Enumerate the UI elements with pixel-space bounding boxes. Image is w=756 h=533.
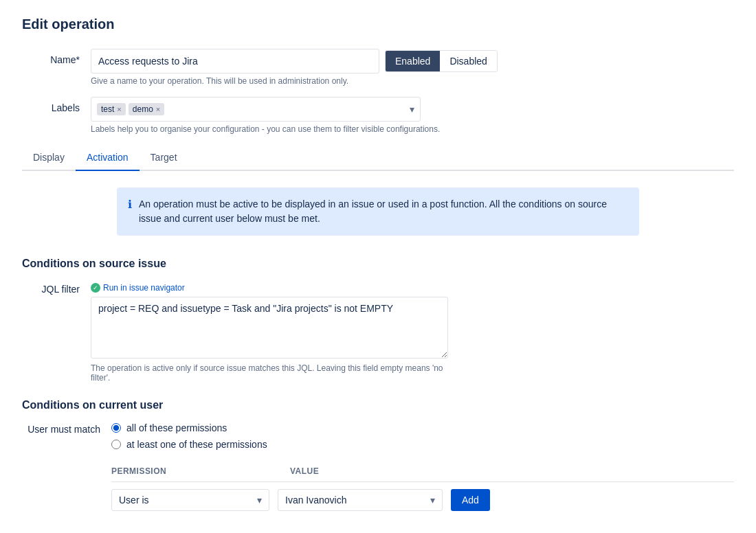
radio-all-label: all of these permissions bbox=[126, 422, 227, 433]
labels-label: Labels bbox=[22, 97, 91, 113]
tab-target[interactable]: Target bbox=[140, 145, 188, 171]
col-value-header: Value bbox=[290, 466, 482, 476]
label-tag-text: test bbox=[101, 104, 114, 114]
conditions-source-section: Conditions on source issue JQL filter ✓ … bbox=[22, 258, 734, 383]
table-row: User is ▾ Ivan Ivanovich ▾ Add bbox=[111, 482, 734, 518]
add-button[interactable]: Add bbox=[451, 489, 490, 511]
radio-all-input[interactable] bbox=[111, 423, 121, 433]
labels-hint: Labels help you to organise your configu… bbox=[91, 124, 734, 134]
user-match-radio-group: all of these permissions at least one of… bbox=[111, 422, 267, 450]
tab-display[interactable]: Display bbox=[22, 145, 76, 171]
info-banner: ℹ An operation must be active to be disp… bbox=[117, 188, 639, 236]
info-banner-text: An operation must be active to be displa… bbox=[139, 197, 628, 226]
remove-label-demo[interactable]: × bbox=[156, 105, 160, 113]
tab-activation[interactable]: Activation bbox=[76, 145, 140, 171]
permissions-table-header: Permission Value bbox=[111, 461, 734, 482]
name-input[interactable] bbox=[91, 49, 379, 73]
jql-hint: The operation is active only if source i… bbox=[91, 363, 448, 383]
check-icon: ✓ bbox=[91, 283, 100, 293]
tabs-container: Display Activation Target bbox=[22, 145, 734, 171]
value-select-arrow: ▾ bbox=[430, 495, 435, 506]
page-title: Edit operation bbox=[22, 16, 734, 32]
disabled-button[interactable]: Disabled bbox=[440, 51, 496, 71]
info-icon: ℹ bbox=[128, 198, 132, 211]
radio-all-permissions[interactable]: all of these permissions bbox=[111, 422, 267, 433]
enabled-button[interactable]: Enabled bbox=[386, 51, 440, 71]
remove-label-test[interactable]: × bbox=[117, 105, 121, 113]
radio-atleast-label: at least one of these permissions bbox=[126, 439, 267, 450]
user-must-match-label: User must match bbox=[22, 422, 111, 435]
label-tag-text: demo bbox=[133, 104, 153, 114]
labels-input[interactable]: test × demo × ▾ bbox=[91, 97, 421, 122]
name-hint: Give a name to your operation. This will… bbox=[91, 76, 734, 86]
radio-atleast-input[interactable] bbox=[111, 440, 121, 449]
label-tag-test: test × bbox=[97, 103, 126, 115]
conditions-user-section: Conditions on current user User must mat… bbox=[22, 399, 734, 518]
permission-select[interactable]: User is ▾ bbox=[111, 489, 269, 511]
run-in-navigator-link[interactable]: ✓ Run in issue navigator bbox=[91, 283, 185, 293]
label-tag-demo: demo × bbox=[129, 103, 164, 115]
jql-label: JQL filter bbox=[22, 281, 91, 295]
permissions-table: Permission Value User is ▾ Ivan Ivanovic… bbox=[111, 461, 734, 518]
enabled-disabled-toggle: Enabled Disabled bbox=[385, 50, 498, 72]
col-permission-header: Permission bbox=[111, 466, 290, 476]
jql-textarea[interactable]: project = REQ and issuetype = Task and "… bbox=[91, 297, 448, 359]
jql-content: ✓ Run in issue navigator project = REQ a… bbox=[91, 281, 448, 383]
permission-select-value: User is bbox=[119, 495, 149, 506]
user-section-title: Conditions on current user bbox=[22, 399, 734, 411]
radio-atleast-permissions[interactable]: at least one of these permissions bbox=[111, 439, 267, 450]
value-select[interactable]: Ivan Ivanovich ▾ bbox=[278, 489, 443, 511]
source-section-title: Conditions on source issue bbox=[22, 258, 734, 270]
name-label: Name* bbox=[22, 49, 91, 65]
permission-select-arrow: ▾ bbox=[257, 495, 262, 506]
run-link-text: Run in issue navigator bbox=[103, 283, 185, 293]
labels-dropdown-arrow: ▾ bbox=[410, 104, 414, 115]
value-select-value: Ivan Ivanovich bbox=[285, 495, 347, 506]
